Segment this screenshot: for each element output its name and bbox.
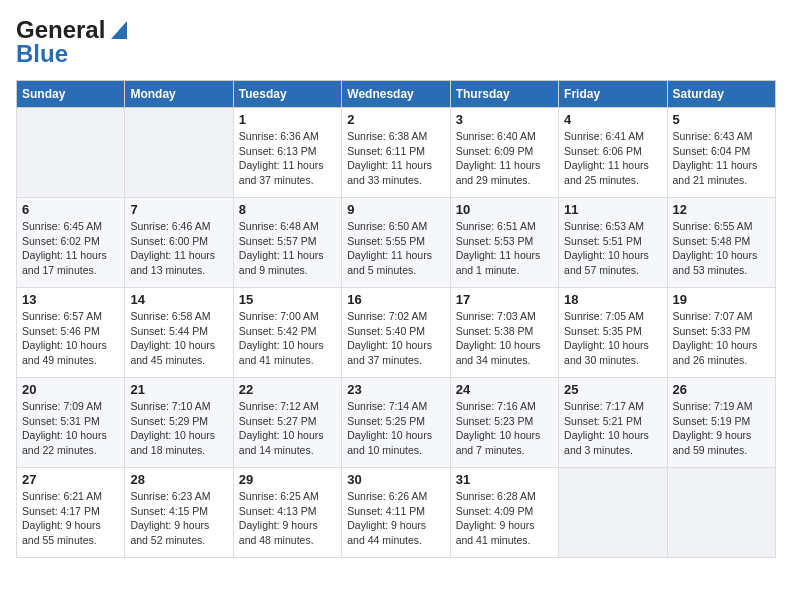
day-number: 18 bbox=[564, 292, 661, 307]
logo-icon bbox=[107, 21, 127, 39]
day-number: 25 bbox=[564, 382, 661, 397]
calendar-cell: 1Sunrise: 6:36 AM Sunset: 6:13 PM Daylig… bbox=[233, 108, 341, 198]
day-info: Sunrise: 6:53 AM Sunset: 5:51 PM Dayligh… bbox=[564, 219, 661, 278]
day-info: Sunrise: 6:25 AM Sunset: 4:13 PM Dayligh… bbox=[239, 489, 336, 548]
day-number: 20 bbox=[22, 382, 119, 397]
logo: General Blue bbox=[16, 16, 129, 68]
calendar-cell: 23Sunrise: 7:14 AM Sunset: 5:25 PM Dayli… bbox=[342, 378, 450, 468]
calendar-table: SundayMondayTuesdayWednesdayThursdayFrid… bbox=[16, 80, 776, 558]
day-number: 10 bbox=[456, 202, 553, 217]
day-info: Sunrise: 6:28 AM Sunset: 4:09 PM Dayligh… bbox=[456, 489, 553, 548]
day-number: 23 bbox=[347, 382, 444, 397]
day-number: 4 bbox=[564, 112, 661, 127]
day-info: Sunrise: 6:55 AM Sunset: 5:48 PM Dayligh… bbox=[673, 219, 770, 278]
day-info: Sunrise: 7:07 AM Sunset: 5:33 PM Dayligh… bbox=[673, 309, 770, 368]
day-number: 27 bbox=[22, 472, 119, 487]
calendar-header-wednesday: Wednesday bbox=[342, 81, 450, 108]
day-number: 7 bbox=[130, 202, 227, 217]
calendar-header-thursday: Thursday bbox=[450, 81, 558, 108]
day-number: 29 bbox=[239, 472, 336, 487]
day-number: 21 bbox=[130, 382, 227, 397]
calendar-week-row: 6Sunrise: 6:45 AM Sunset: 6:02 PM Daylig… bbox=[17, 198, 776, 288]
day-info: Sunrise: 7:19 AM Sunset: 5:19 PM Dayligh… bbox=[673, 399, 770, 458]
calendar-week-row: 13Sunrise: 6:57 AM Sunset: 5:46 PM Dayli… bbox=[17, 288, 776, 378]
calendar-header-friday: Friday bbox=[559, 81, 667, 108]
day-number: 15 bbox=[239, 292, 336, 307]
day-number: 11 bbox=[564, 202, 661, 217]
calendar-cell: 11Sunrise: 6:53 AM Sunset: 5:51 PM Dayli… bbox=[559, 198, 667, 288]
day-info: Sunrise: 6:46 AM Sunset: 6:00 PM Dayligh… bbox=[130, 219, 227, 278]
day-number: 28 bbox=[130, 472, 227, 487]
calendar-cell: 5Sunrise: 6:43 AM Sunset: 6:04 PM Daylig… bbox=[667, 108, 775, 198]
svg-marker-0 bbox=[111, 21, 127, 39]
calendar-header-sunday: Sunday bbox=[17, 81, 125, 108]
calendar-cell: 20Sunrise: 7:09 AM Sunset: 5:31 PM Dayli… bbox=[17, 378, 125, 468]
day-number: 3 bbox=[456, 112, 553, 127]
calendar-week-row: 27Sunrise: 6:21 AM Sunset: 4:17 PM Dayli… bbox=[17, 468, 776, 558]
day-info: Sunrise: 6:26 AM Sunset: 4:11 PM Dayligh… bbox=[347, 489, 444, 548]
calendar-cell: 2Sunrise: 6:38 AM Sunset: 6:11 PM Daylig… bbox=[342, 108, 450, 198]
day-number: 19 bbox=[673, 292, 770, 307]
calendar-cell: 30Sunrise: 6:26 AM Sunset: 4:11 PM Dayli… bbox=[342, 468, 450, 558]
day-number: 24 bbox=[456, 382, 553, 397]
calendar-cell: 14Sunrise: 6:58 AM Sunset: 5:44 PM Dayli… bbox=[125, 288, 233, 378]
calendar-cell: 9Sunrise: 6:50 AM Sunset: 5:55 PM Daylig… bbox=[342, 198, 450, 288]
calendar-cell: 28Sunrise: 6:23 AM Sunset: 4:15 PM Dayli… bbox=[125, 468, 233, 558]
calendar-cell: 17Sunrise: 7:03 AM Sunset: 5:38 PM Dayli… bbox=[450, 288, 558, 378]
day-info: Sunrise: 6:41 AM Sunset: 6:06 PM Dayligh… bbox=[564, 129, 661, 188]
calendar-cell: 29Sunrise: 6:25 AM Sunset: 4:13 PM Dayli… bbox=[233, 468, 341, 558]
calendar-cell: 19Sunrise: 7:07 AM Sunset: 5:33 PM Dayli… bbox=[667, 288, 775, 378]
day-number: 31 bbox=[456, 472, 553, 487]
calendar-cell bbox=[125, 108, 233, 198]
calendar-cell bbox=[559, 468, 667, 558]
calendar-cell: 6Sunrise: 6:45 AM Sunset: 6:02 PM Daylig… bbox=[17, 198, 125, 288]
day-info: Sunrise: 6:21 AM Sunset: 4:17 PM Dayligh… bbox=[22, 489, 119, 548]
calendar-cell: 25Sunrise: 7:17 AM Sunset: 5:21 PM Dayli… bbox=[559, 378, 667, 468]
calendar-cell: 12Sunrise: 6:55 AM Sunset: 5:48 PM Dayli… bbox=[667, 198, 775, 288]
day-number: 26 bbox=[673, 382, 770, 397]
calendar-cell bbox=[667, 468, 775, 558]
day-number: 16 bbox=[347, 292, 444, 307]
calendar-cell: 15Sunrise: 7:00 AM Sunset: 5:42 PM Dayli… bbox=[233, 288, 341, 378]
day-info: Sunrise: 6:45 AM Sunset: 6:02 PM Dayligh… bbox=[22, 219, 119, 278]
day-number: 22 bbox=[239, 382, 336, 397]
day-number: 9 bbox=[347, 202, 444, 217]
day-number: 5 bbox=[673, 112, 770, 127]
day-info: Sunrise: 7:16 AM Sunset: 5:23 PM Dayligh… bbox=[456, 399, 553, 458]
day-info: Sunrise: 6:36 AM Sunset: 6:13 PM Dayligh… bbox=[239, 129, 336, 188]
calendar-cell: 4Sunrise: 6:41 AM Sunset: 6:06 PM Daylig… bbox=[559, 108, 667, 198]
day-number: 12 bbox=[673, 202, 770, 217]
calendar-cell: 10Sunrise: 6:51 AM Sunset: 5:53 PM Dayli… bbox=[450, 198, 558, 288]
logo-blue: Blue bbox=[16, 40, 68, 68]
day-info: Sunrise: 6:57 AM Sunset: 5:46 PM Dayligh… bbox=[22, 309, 119, 368]
calendar-cell bbox=[17, 108, 125, 198]
day-number: 14 bbox=[130, 292, 227, 307]
calendar-week-row: 1Sunrise: 6:36 AM Sunset: 6:13 PM Daylig… bbox=[17, 108, 776, 198]
day-number: 1 bbox=[239, 112, 336, 127]
day-number: 13 bbox=[22, 292, 119, 307]
calendar-header-saturday: Saturday bbox=[667, 81, 775, 108]
day-info: Sunrise: 7:00 AM Sunset: 5:42 PM Dayligh… bbox=[239, 309, 336, 368]
calendar-cell: 3Sunrise: 6:40 AM Sunset: 6:09 PM Daylig… bbox=[450, 108, 558, 198]
calendar-cell: 8Sunrise: 6:48 AM Sunset: 5:57 PM Daylig… bbox=[233, 198, 341, 288]
calendar-header-monday: Monday bbox=[125, 81, 233, 108]
day-info: Sunrise: 6:40 AM Sunset: 6:09 PM Dayligh… bbox=[456, 129, 553, 188]
calendar-cell: 7Sunrise: 6:46 AM Sunset: 6:00 PM Daylig… bbox=[125, 198, 233, 288]
day-info: Sunrise: 6:43 AM Sunset: 6:04 PM Dayligh… bbox=[673, 129, 770, 188]
day-number: 8 bbox=[239, 202, 336, 217]
calendar-cell: 18Sunrise: 7:05 AM Sunset: 5:35 PM Dayli… bbox=[559, 288, 667, 378]
calendar-header-tuesday: Tuesday bbox=[233, 81, 341, 108]
day-info: Sunrise: 7:09 AM Sunset: 5:31 PM Dayligh… bbox=[22, 399, 119, 458]
day-info: Sunrise: 7:05 AM Sunset: 5:35 PM Dayligh… bbox=[564, 309, 661, 368]
page-header: General Blue bbox=[16, 16, 776, 68]
day-number: 30 bbox=[347, 472, 444, 487]
calendar-cell: 27Sunrise: 6:21 AM Sunset: 4:17 PM Dayli… bbox=[17, 468, 125, 558]
calendar-cell: 24Sunrise: 7:16 AM Sunset: 5:23 PM Dayli… bbox=[450, 378, 558, 468]
day-number: 17 bbox=[456, 292, 553, 307]
calendar-cell: 26Sunrise: 7:19 AM Sunset: 5:19 PM Dayli… bbox=[667, 378, 775, 468]
calendar-week-row: 20Sunrise: 7:09 AM Sunset: 5:31 PM Dayli… bbox=[17, 378, 776, 468]
day-info: Sunrise: 6:50 AM Sunset: 5:55 PM Dayligh… bbox=[347, 219, 444, 278]
day-info: Sunrise: 6:51 AM Sunset: 5:53 PM Dayligh… bbox=[456, 219, 553, 278]
calendar-cell: 21Sunrise: 7:10 AM Sunset: 5:29 PM Dayli… bbox=[125, 378, 233, 468]
calendar-cell: 16Sunrise: 7:02 AM Sunset: 5:40 PM Dayli… bbox=[342, 288, 450, 378]
